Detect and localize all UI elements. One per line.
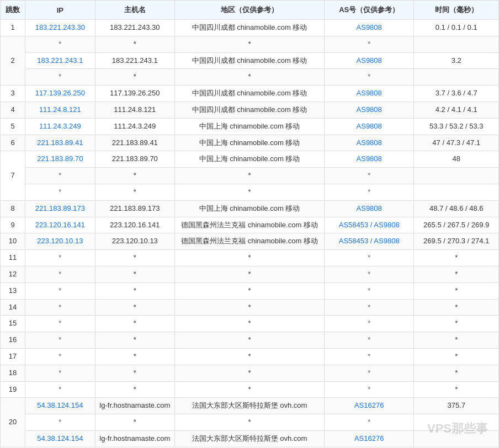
hostname-cell: * — [134, 385, 136, 393]
region-cell: * — [248, 369, 251, 377]
as-link[interactable]: AS9808 — [357, 138, 382, 147]
as-link[interactable]: AS9808 — [357, 204, 382, 212]
region-cell: * — [248, 171, 251, 179]
as-link[interactable]: AS9808 — [357, 154, 382, 163]
hop-cell: 12 — [1, 266, 25, 282]
as-cell: * — [368, 385, 370, 393]
table-row: **** — [1, 168, 499, 184]
ip-cell: * — [59, 72, 61, 81]
table-row: 10223.120.10.13223.120.10.13德国黑森州法兰克福 ch… — [1, 233, 499, 250]
region-cell: 中国上海 chinamobile.com 移动 — [199, 122, 300, 130]
hostname-cell: 223.120.16.141 — [110, 221, 160, 229]
table-row: 8221.183.89.173221.183.89.173中国上海 chinam… — [1, 200, 499, 217]
region-cell: 德国黑森州法兰克福 chinamobile.com 移动 — [181, 237, 318, 245]
region-cell: 中国上海 chinamobile.com 移动 — [199, 154, 300, 163]
region-cell: * — [248, 40, 251, 48]
time-cell: 4.2 / 4.1 / 4.1 — [436, 105, 477, 114]
ip-link[interactable]: 54.38.124.154 — [37, 401, 83, 409]
header-hop: 跳数 — [1, 1, 25, 20]
as-link[interactable]: AS58453 / AS9808 — [339, 221, 400, 229]
time-cell: 48 — [452, 154, 460, 163]
region-cell: * — [248, 72, 251, 81]
table-row: 7221.183.89.70221.183.89.70中国上海 chinamob… — [1, 151, 499, 168]
table-row: 2**** — [1, 36, 499, 52]
table-row: 14***** — [1, 299, 499, 316]
as-link[interactable]: AS9808 — [357, 105, 382, 114]
table-row: 1183.221.243.30183.221.243.30中国四川成都 chin… — [1, 20, 499, 36]
hop-cell: 5 — [1, 118, 25, 135]
as-cell: * — [368, 253, 370, 262]
region-cell: 中国四川成都 chinamobile.com 移动 — [192, 89, 307, 97]
ip-cell: * — [59, 319, 61, 327]
hostname-cell: 183.221.243.30 — [110, 23, 160, 31]
table-row: 17***** — [1, 348, 499, 365]
ip-link[interactable]: 111.24.3.249 — [39, 122, 81, 130]
hostname-cell: * — [134, 188, 136, 196]
as-cell: * — [368, 369, 370, 377]
hostname-cell: * — [134, 352, 136, 360]
as-link[interactable]: AS9808 — [357, 23, 382, 31]
hop-cell: 7 — [1, 151, 25, 200]
ip-link[interactable]: 223.120.10.13 — [37, 237, 83, 245]
time-cell: 47 / 47.3 / 47.1 — [432, 138, 480, 147]
region-cell: 中国上海 chinamobile.com 移动 — [199, 204, 300, 212]
ip-link[interactable]: 221.183.89.70 — [37, 154, 83, 163]
hostname-cell: * — [134, 335, 136, 344]
table-row: 18***** — [1, 365, 499, 381]
hostname-cell: * — [134, 369, 136, 377]
hop-cell: 6 — [1, 135, 25, 151]
hop-cell: 14 — [1, 299, 25, 316]
table-header: 跳数 IP 主机名 地区（仅供参考） AS号（仅供参考） 时间（毫秒） — [1, 1, 499, 20]
hop-cell: 20 — [1, 398, 25, 447]
ip-cell: * — [59, 303, 61, 311]
hostname-cell: 221.183.89.70 — [112, 154, 158, 163]
hostname-cell: 221.183.89.41 — [112, 138, 158, 147]
hop-cell: 9 — [1, 217, 25, 233]
ip-cell: * — [59, 286, 61, 295]
time-cell: 3.2 — [452, 56, 461, 65]
as-cell: * — [368, 171, 370, 179]
region-cell: * — [248, 418, 251, 426]
as-link[interactable]: AS58453 / AS9808 — [339, 237, 400, 245]
table-row: 2054.38.124.154lg-fr.hostnamaste.com法国大东… — [1, 398, 499, 414]
hostname-cell: * — [134, 319, 136, 327]
header-as: AS号（仅供参考） — [324, 1, 414, 20]
ip-link[interactable]: 183.221.243.30 — [35, 23, 85, 31]
ip-cell: * — [59, 335, 61, 344]
as-link[interactable]: AS16276 — [354, 401, 384, 409]
ip-link[interactable]: 183.221.243.1 — [37, 56, 83, 65]
hostname-cell: * — [134, 72, 136, 81]
table-row: 3117.139.26.250117.139.26.250中国四川成都 chin… — [1, 86, 499, 102]
ip-cell: * — [59, 253, 61, 262]
region-cell: * — [248, 286, 251, 295]
hop-cell: 19 — [1, 381, 25, 398]
region-cell: 德国黑森州法兰克福 chinamobile.com 移动 — [181, 221, 318, 229]
as-cell: * — [368, 335, 370, 344]
time-cell: * — [455, 385, 458, 393]
as-link[interactable]: AS16276 — [354, 434, 384, 442]
as-link[interactable]: AS9808 — [357, 89, 382, 97]
hostname-cell: 221.183.89.173 — [110, 204, 160, 212]
ip-link[interactable]: 221.183.89.41 — [37, 138, 83, 147]
region-cell: * — [248, 335, 251, 344]
as-link[interactable]: AS9808 — [357, 56, 382, 65]
region-cell: * — [248, 303, 251, 311]
hostname-cell: * — [134, 303, 136, 311]
ip-link[interactable]: 223.120.16.141 — [35, 221, 85, 229]
table-row: 13***** — [1, 282, 499, 299]
header-time: 时间（毫秒） — [414, 1, 499, 20]
ip-link[interactable]: 221.183.89.173 — [35, 204, 85, 212]
hop-cell: 15 — [1, 316, 25, 332]
as-link[interactable]: AS9808 — [357, 122, 382, 130]
ip-link[interactable]: 111.24.8.121 — [39, 105, 81, 114]
ip-link[interactable]: 54.38.124.154 — [37, 434, 83, 442]
ip-cell: * — [59, 171, 61, 179]
ip-cell: * — [59, 352, 61, 360]
ip-link[interactable]: 117.139.26.250 — [35, 89, 85, 97]
table-row: 183.221.243.1183.221.243.1中国四川成都 chinamo… — [1, 52, 499, 69]
hop-cell: 16 — [1, 332, 25, 349]
hop-cell: 17 — [1, 348, 25, 365]
ip-cell: * — [59, 270, 61, 278]
region-cell: * — [248, 352, 251, 360]
ip-cell: * — [59, 40, 61, 48]
